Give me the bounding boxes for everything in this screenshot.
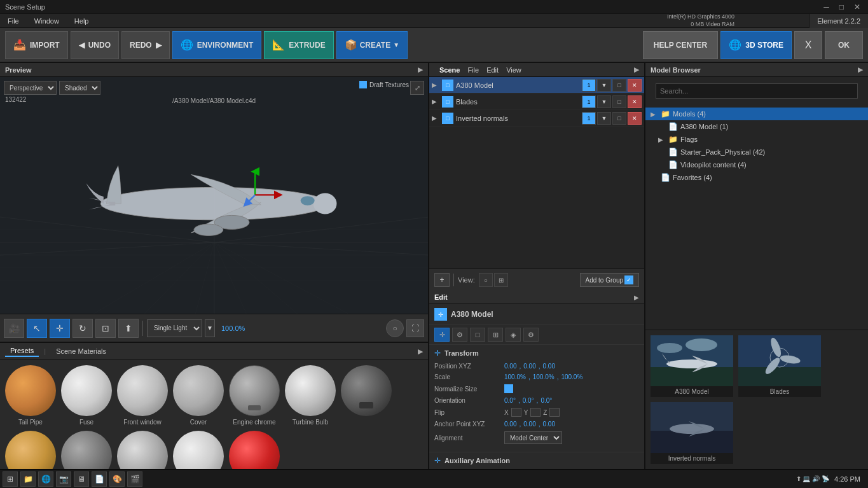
menu-file[interactable]: File [5,16,22,26]
browser-starter-pack[interactable]: 📄 Starter_Pack_Physical (42) [645,146,868,158]
material-7[interactable] [341,365,392,426]
material-10[interactable] [117,431,168,469]
light-mode-select[interactable]: Single Light [147,319,202,337]
scene-materials-tab[interactable]: Scene Materials [51,346,111,356]
presets-expand-icon[interactable]: ▶ [418,347,423,356]
edit-tab-material[interactable]: □ [470,328,485,342]
scene-row-inverted[interactable]: ▶ □ Inverted normals 1 ▼ □ ✕ [429,110,644,127]
taskbar-app5[interactable]: 🎬 [127,471,142,487]
orient-y[interactable]: 0.0° [523,397,534,404]
scale-x[interactable]: 100.0% [504,373,526,380]
import-button[interactable]: 📥 IMPORT [5,31,68,59]
edit-tab-group[interactable]: ⊞ [488,328,503,342]
light-dropdown-button[interactable]: ▼ [205,319,215,337]
create-button[interactable]: 📦 CREATE ▼ [336,31,408,59]
browser-expand-icon[interactable]: ▶ [858,66,863,74]
perspective-select[interactable]: Perspective [4,81,57,95]
scale-y[interactable]: 100.0% [533,373,555,380]
rotate-tool-button[interactable]: ↻ [72,319,93,338]
flip-y-checkbox[interactable] [530,408,541,417]
scene-solo-blades[interactable]: □ [612,95,626,108]
redo-button[interactable]: REDO ▶ [121,31,170,59]
browser-videopilot[interactable]: 📄 Videopilot content (4) [645,158,868,171]
orbit-button[interactable]: ○ [386,319,404,337]
scene-row-blades[interactable]: ▶ □ Blades 1 ▼ □ ✕ [429,94,644,110]
flip-x-checkbox[interactable] [511,408,521,417]
taskbar-app1[interactable]: 📷 [56,471,71,487]
orient-z[interactable]: 0.0° [541,397,552,404]
scene-row-a380[interactable]: ▶ □ A380 Model 1 ▼ □ ✕ [429,77,644,94]
snap-tool-button[interactable]: ⬆ [118,319,139,338]
scene-visible-blades[interactable]: 1 [582,95,596,108]
zoom-level[interactable]: 100.0% [217,324,249,332]
edit-tab-settings[interactable]: ⚙ [452,328,467,342]
scene-dropdown-inverted[interactable]: ▼ [597,112,611,125]
minimize-button[interactable]: ─ [821,3,832,11]
taskbar-app4[interactable]: 🎨 [109,471,125,487]
anchor-z[interactable]: 0.00 [543,421,555,428]
scene-view-circle[interactable]: ○ [479,273,493,287]
anchor-y[interactable]: 0.00 [523,421,535,428]
scene-expand-icon[interactable]: ▶ [634,66,639,74]
help-button[interactable]: HELP CENTER [643,31,718,59]
scene-delete-a380[interactable]: ✕ [628,79,642,92]
environment-button[interactable]: 🌐 ENVIRONMENT [172,31,262,59]
normalize-checkbox[interactable] [504,384,513,393]
shading-select[interactable]: Shaded [59,81,100,95]
material-front-window[interactable]: Front window [117,365,168,426]
scene-view-menu[interactable]: View [506,66,521,74]
browser-favorites[interactable]: 📄 Favorites (4) [645,171,868,184]
scale-tool-button[interactable]: ⊡ [95,319,116,338]
undo-button[interactable]: ◀ UNDO [71,31,119,59]
position-z[interactable]: 0.00 [543,363,555,370]
material-9[interactable] [61,431,112,469]
menu-window[interactable]: Window [32,16,62,26]
scene-dropdown-a380[interactable]: ▼ [597,79,611,92]
orient-x[interactable]: 0.0° [504,397,516,404]
scene-file-menu[interactable]: File [467,66,479,74]
taskbar-file-explorer[interactable]: 📁 [20,471,36,487]
position-y[interactable]: 0.00 [523,363,535,370]
material-cover[interactable]: Cover [173,365,224,426]
scene-row-arrow-inverted[interactable]: ▶ [432,115,441,122]
menu-help[interactable]: Help [72,16,92,26]
taskbar-browser[interactable]: 🌐 [38,471,53,487]
thumb-inverted[interactable]: Inverted normals [651,402,733,464]
taskbar-app2[interactable]: 🖥 [74,471,89,487]
scene-solo-inverted[interactable]: □ [612,112,626,125]
browser-search-input[interactable] [656,83,858,99]
taskbar-start[interactable]: ⊞ [3,471,18,487]
edit-tab-transform[interactable]: ✛ [434,328,450,342]
material-11[interactable] [173,431,224,469]
scale-z[interactable]: 100.0% [561,373,582,380]
ok-button[interactable]: OK [825,31,863,59]
edit-tab-effects[interactable]: ◈ [506,328,521,342]
material-turbine-bulb[interactable]: Turbine Bulb [285,365,336,426]
toolbar-close-button[interactable]: X [794,31,822,59]
move-tool-button[interactable]: ✛ [50,319,70,338]
scene-visible-a380[interactable]: 1 [582,79,596,92]
scene-row-arrow-a380[interactable]: ▶ [432,81,441,88]
scene-add-button[interactable]: + [434,273,450,287]
anchor-x[interactable]: 0.00 [504,421,516,428]
store-button[interactable]: 🌐 3D STORE [720,31,792,59]
browser-flags[interactable]: ▶ 📁 Flags [645,133,868,146]
material-fuse[interactable]: Fuse [61,365,112,426]
fullscreen-button[interactable]: ⛶ [406,319,424,337]
material-tail-pipe[interactable]: Tail Pipe [5,365,56,426]
material-8[interactable] [5,431,56,469]
thumb-blades[interactable]: Blades [738,335,821,397]
viewport[interactable]: Draft Textures Perspective Shaded /A380 … [0,77,428,314]
camera-tool-button[interactable]: 🎥 [4,319,24,338]
thumb-a380[interactable]: A380 Model [651,335,733,397]
close-window-button[interactable]: ✕ [851,3,863,11]
edit-tab-more[interactable]: ⚙ [523,328,539,342]
alignment-select[interactable]: Model Center [504,431,562,444]
scene-edit-menu[interactable]: Edit [486,66,499,74]
add-to-group-button[interactable]: Add to Group ✓ [580,273,639,287]
edit-expand-icon[interactable]: ▶ [634,294,639,301]
scene-visible-inverted[interactable]: 1 [582,112,596,125]
scene-row-arrow-blades[interactable]: ▶ [432,98,441,105]
scene-delete-inverted[interactable]: ✕ [628,112,642,125]
taskbar-app3[interactable]: 📄 [92,471,107,487]
